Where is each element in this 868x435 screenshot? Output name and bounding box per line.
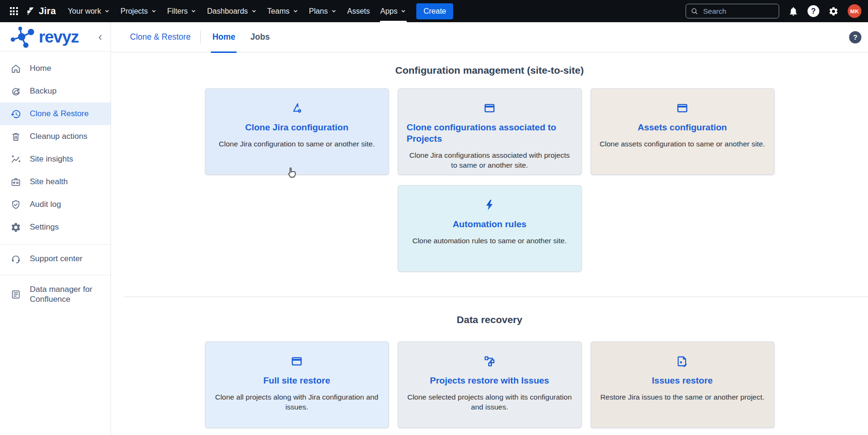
chevron-down-icon xyxy=(104,8,110,14)
sidebar-item-settings[interactable]: Settings xyxy=(0,216,111,239)
health-card-icon xyxy=(10,177,21,188)
notifications-bell-icon[interactable] xyxy=(788,6,799,17)
page-title: Clone & Restore xyxy=(130,32,190,42)
nav-your-work[interactable]: Your work xyxy=(62,0,115,22)
nav-dashboards[interactable]: Dashboards xyxy=(202,0,262,22)
revyz-brand-name: revyz xyxy=(39,27,79,46)
architecture-gear-icon xyxy=(214,101,380,116)
search-icon xyxy=(691,8,698,15)
cloud-backup-icon xyxy=(10,86,21,97)
sidebar-item-backup[interactable]: Backup xyxy=(0,80,111,102)
card-description: Clone all projects along with Jira confi… xyxy=(214,392,380,412)
lightning-icon xyxy=(407,197,573,213)
sidebar-item-data-manager-confluence[interactable]: Data manager for Confluence xyxy=(0,279,111,309)
section-title-configuration-management: Configuration management (site-to-site) xyxy=(111,52,868,76)
sidebar-collapse-icon[interactable]: ‹ xyxy=(95,30,105,43)
chevron-down-icon xyxy=(151,8,157,14)
divider xyxy=(200,31,201,43)
chevron-down-icon xyxy=(251,8,257,14)
headset-icon xyxy=(10,254,21,264)
sidebar-item-clone-restore[interactable]: Clone & Restore xyxy=(0,102,111,125)
page-content: Configuration management (site-to-site) … xyxy=(111,52,868,435)
card-title: Clone configurations associated to Proje… xyxy=(407,122,573,145)
page-help-icon[interactable]: ? xyxy=(849,31,861,43)
help-icon[interactable]: ? xyxy=(808,5,819,17)
chevron-down-icon xyxy=(331,8,337,14)
card-title: Automation rules xyxy=(407,219,573,230)
card-title: Full site restore xyxy=(214,375,380,386)
chevron-down-icon xyxy=(400,8,406,14)
card-title: Projects restore with Issues xyxy=(407,375,573,386)
card-assets-configuration[interactable]: Assets configuration Clone assets config… xyxy=(591,88,774,175)
card-full-site-restore[interactable]: Full site restore Clone all projects alo… xyxy=(205,341,389,428)
card-automation-rules[interactable]: Automation rules Clone automation rules … xyxy=(398,185,582,272)
card-projects-restore-with-issues[interactable]: Projects restore with Issues Clone selec… xyxy=(398,341,582,428)
jira-logo-icon xyxy=(26,6,35,16)
card-description: Clone automation rules to same or anothe… xyxy=(407,236,573,246)
tab-home[interactable]: Home xyxy=(211,22,237,52)
document-edit-icon xyxy=(600,354,765,369)
jira-product-name: Jira xyxy=(39,6,56,17)
sidebar-item-home[interactable]: Home xyxy=(0,57,111,80)
sidebar-item-support-center[interactable]: Support center xyxy=(0,247,111,270)
sitemap-icon xyxy=(407,354,573,369)
section-title-data-recovery: Data recovery xyxy=(111,297,868,325)
card-clone-jira-configuration[interactable]: Clone Jira configuration Clone Jira conf… xyxy=(205,88,389,175)
nav-teams[interactable]: Teams xyxy=(262,0,304,22)
card-description: Restore Jira issues to the same or anoth… xyxy=(600,392,765,402)
gear-icon xyxy=(10,222,21,233)
nav-filters[interactable]: Filters xyxy=(162,0,202,22)
chevron-down-icon xyxy=(190,8,197,14)
nav-assets[interactable]: Assets xyxy=(342,0,375,22)
clock-restore-icon xyxy=(10,109,21,119)
page-header: Clone & Restore Home Jobs ? xyxy=(111,22,868,52)
card-description: Clone Jira configurations associated wit… xyxy=(407,150,573,171)
sidebar-item-site-insights[interactable]: Site insights xyxy=(0,148,111,171)
card-issues-restore[interactable]: Issues restore Restore Jira issues to th… xyxy=(591,341,774,428)
card-title: Assets configuration xyxy=(600,122,765,133)
global-search[interactable] xyxy=(686,4,779,18)
home-icon xyxy=(10,63,21,74)
jira-top-bar: Jira Your work Projects Filters Dashboar… xyxy=(0,0,868,22)
create-button[interactable]: Create xyxy=(416,3,453,19)
card-description: Clone selected projects along with its c… xyxy=(407,392,573,412)
nav-apps[interactable]: Apps xyxy=(375,0,412,22)
browser-window-icon xyxy=(600,101,765,116)
card-clone-configurations-projects[interactable]: Clone configurations associated to Proje… xyxy=(398,88,582,175)
browser-window-icon xyxy=(214,354,380,369)
document-icon xyxy=(10,289,21,300)
revyz-sidebar: revyz ‹ Home Backup xyxy=(0,22,111,435)
card-title: Issues restore xyxy=(600,375,765,386)
search-input[interactable] xyxy=(702,7,774,16)
revyz-logo-icon xyxy=(9,26,37,48)
shield-check-icon xyxy=(10,199,21,210)
app-switcher-icon[interactable] xyxy=(6,3,22,19)
jira-logo[interactable]: Jira xyxy=(26,6,56,17)
tab-jobs[interactable]: Jobs xyxy=(249,22,271,52)
divider xyxy=(0,275,111,275)
card-description: Clone Jira configuration to same or anot… xyxy=(214,139,380,149)
card-description: Clone assets configuration to same or an… xyxy=(600,139,765,149)
card-title: Clone Jira configuration xyxy=(214,122,380,133)
browser-window-icon xyxy=(407,101,573,116)
trash-icon xyxy=(10,131,21,142)
nav-plans[interactable]: Plans xyxy=(304,0,342,22)
user-avatar[interactable]: MK xyxy=(848,4,861,18)
nav-projects[interactable]: Projects xyxy=(115,0,162,22)
chevron-down-icon xyxy=(292,8,299,14)
sidebar-item-audit-log[interactable]: Audit log xyxy=(0,193,111,216)
trend-sparkle-icon xyxy=(10,154,21,165)
sidebar-item-cleanup-actions[interactable]: Cleanup actions xyxy=(0,125,111,148)
sidebar-item-site-health[interactable]: Site health xyxy=(0,171,111,193)
settings-gear-icon[interactable] xyxy=(828,6,839,17)
divider xyxy=(0,244,111,245)
